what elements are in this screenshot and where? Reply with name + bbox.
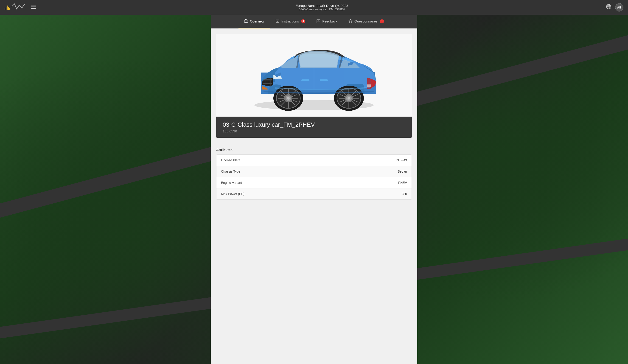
car-name: 03-C-Class luxury car_FM_2PHEV — [223, 121, 405, 128]
header-left — [4, 3, 38, 11]
attr-value: IN 5943 — [396, 158, 407, 162]
car-card: 03-C-Class luxury car_FM_2PHEV 155 6536 — [216, 34, 412, 138]
content-panel: Overview Instructions 4 — [211, 15, 417, 364]
attr-label: Engine Variant — [221, 181, 242, 185]
hamburger-menu[interactable] — [29, 4, 38, 11]
svg-rect-21 — [320, 79, 328, 81]
header-title-sub: 03-C-Class luxury car_FM_2PHEV — [296, 7, 348, 11]
main-content: Overview Instructions 4 — [0, 15, 628, 364]
svg-rect-1 — [31, 6, 36, 7]
attributes-title: Attributes — [216, 148, 412, 152]
attr-label: Max Power (PS) — [221, 192, 244, 196]
svg-rect-0 — [31, 5, 36, 5]
questionnaires-icon — [348, 19, 353, 24]
attributes-section: Attributes License Plate IN 5943 Chassis… — [211, 143, 417, 204]
language-icon[interactable] — [606, 4, 612, 11]
tab-questionnaires[interactable]: Questionnaires 1 — [343, 15, 390, 28]
attr-value: PHEV — [398, 181, 407, 185]
attributes-table: License Plate IN 5943 Chassis Type Sedan… — [216, 154, 412, 200]
car-plate: 155 6536 — [223, 129, 405, 133]
tab-instructions[interactable]: Instructions 4 — [270, 15, 311, 28]
attr-value: Sedan — [398, 170, 407, 173]
tab-instructions-label: Instructions — [281, 19, 299, 23]
table-row: Chassis Type Sedan — [217, 166, 411, 177]
svg-point-41 — [287, 97, 290, 100]
overview-icon — [244, 19, 248, 24]
header-right: AB — [606, 3, 624, 11]
attr-label: License Plate — [221, 158, 240, 162]
svg-rect-2 — [31, 8, 36, 9]
header-title-main: Europe Benchmark Drive Q4 2023 — [296, 4, 348, 7]
user-avatar[interactable]: AB — [615, 3, 624, 11]
attr-label: Chassis Type — [221, 170, 240, 173]
instructions-icon — [275, 19, 280, 24]
main-header: Europe Benchmark Drive Q4 2023 03-C-Clas… — [0, 0, 628, 15]
logo-bar-3 — [7, 5, 7, 10]
svg-rect-30 — [367, 84, 371, 87]
feedback-icon — [316, 19, 320, 24]
car-illustration — [243, 39, 385, 112]
attr-value: 280 — [402, 192, 407, 196]
logo-bar-4 — [8, 7, 9, 10]
logo[interactable] — [4, 3, 25, 11]
tab-feedback-label: Feedback — [322, 19, 337, 23]
svg-point-53 — [347, 97, 350, 100]
logo-bar-2 — [6, 7, 6, 10]
logo-text — [12, 3, 25, 11]
logo-icon — [4, 4, 10, 10]
questionnaires-badge: 1 — [380, 19, 384, 23]
tab-overview[interactable]: Overview — [238, 15, 270, 28]
logo-bar-5 — [9, 8, 10, 10]
overview-content: 03-C-Class luxury car_FM_2PHEV 155 6536 … — [211, 34, 417, 204]
svg-point-9 — [246, 21, 246, 22]
svg-marker-17 — [349, 19, 352, 22]
car-info-bar: 03-C-Class luxury car_FM_2PHEV 155 6536 — [216, 117, 412, 138]
tab-questionnaires-label: Questionnaires — [354, 19, 378, 23]
svg-rect-20 — [301, 79, 310, 81]
table-row: Engine Variant PHEV — [217, 177, 411, 188]
tab-overview-label: Overview — [250, 19, 264, 23]
table-row: Max Power (PS) 280 — [217, 188, 411, 200]
table-row: License Plate IN 5943 — [217, 155, 411, 166]
tab-feedback[interactable]: Feedback — [311, 15, 343, 28]
tab-navigation: Overview Instructions 4 — [211, 15, 417, 28]
logo-bar-1 — [4, 8, 5, 10]
car-image — [216, 34, 412, 117]
instructions-badge: 4 — [301, 19, 305, 23]
header-center: Europe Benchmark Drive Q4 2023 03-C-Clas… — [296, 4, 348, 11]
